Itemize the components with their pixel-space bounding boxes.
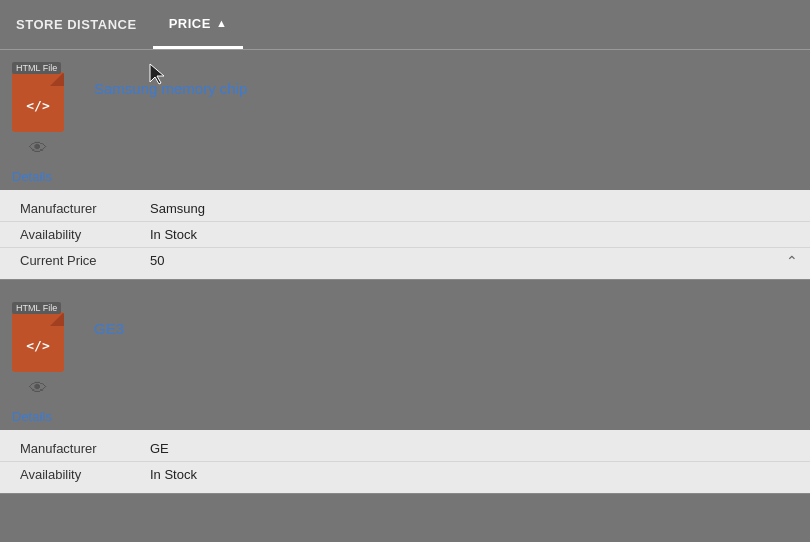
sort-asc-icon: ▲ <box>216 17 227 29</box>
card-header-ge3: HTML File </> 👁 GE3 <box>0 302 810 407</box>
detail-value-availability-samsung: In Stock <box>150 227 790 242</box>
file-icon-wrap-ge3: HTML File </> 👁 <box>12 302 84 399</box>
eye-icon-samsung: 👁 <box>29 138 47 159</box>
tabs-bar: STORE DISTANCE PRICE ▲ <box>0 0 810 50</box>
detail-value-manufacturer-samsung: Samsung <box>150 201 790 216</box>
detail-row-manufacturer-ge3: Manufacturer GE <box>0 436 810 462</box>
details-label-samsung[interactable]: Details <box>0 167 64 190</box>
details-table-ge3: Manufacturer GE Availability In Stock <box>0 430 810 493</box>
detail-row-price-samsung: Current Price 50 ⌃ <box>0 248 810 273</box>
detail-row-availability-samsung: Availability In Stock <box>0 222 810 248</box>
detail-value-price-samsung: 50 <box>150 253 790 268</box>
eye-icon-wrap-ge3[interactable]: 👁 <box>12 378 64 399</box>
file-icon-ge3: </> <box>12 312 64 372</box>
detail-label-availability-ge3: Availability <box>20 467 150 482</box>
details-table-samsung: Manufacturer Samsung Availability In Sto… <box>0 190 810 279</box>
detail-row-availability-ge3: Availability In Stock <box>0 462 810 487</box>
detail-label-price-samsung: Current Price <box>20 253 150 268</box>
file-badge-samsung: HTML File <box>12 62 61 74</box>
detail-label-availability-samsung: Availability <box>20 227 150 242</box>
file-badge-ge3: HTML File <box>12 302 61 314</box>
detail-value-availability-ge3: In Stock <box>150 467 790 482</box>
detail-value-manufacturer-ge3: GE <box>150 441 790 456</box>
detail-label-manufacturer-samsung: Manufacturer <box>20 201 150 216</box>
file-icon-wrap-samsung: HTML File </> 👁 <box>12 62 84 159</box>
tab-store-distance[interactable]: STORE DISTANCE <box>0 0 153 49</box>
product-title-samsung[interactable]: Samsung memory chip <box>84 62 247 97</box>
card-spacer <box>0 280 810 290</box>
card-header-samsung: HTML File </> 👁 Samsung memory chip <box>0 62 810 167</box>
file-icon-samsung: </> <box>12 72 64 132</box>
file-code-samsung: </> <box>26 98 49 113</box>
product-title-ge3[interactable]: GE3 <box>84 302 124 337</box>
eye-icon-ge3: 👁 <box>29 378 47 399</box>
details-label-ge3[interactable]: Details <box>0 407 64 430</box>
collapse-button-samsung[interactable]: ⌃ <box>786 253 798 269</box>
file-code-ge3: </> <box>26 338 49 353</box>
product-card-samsung: HTML File </> 👁 Samsung memory chip Deta… <box>0 50 810 280</box>
tab-price[interactable]: PRICE ▲ <box>153 0 244 49</box>
detail-label-manufacturer-ge3: Manufacturer <box>20 441 150 456</box>
detail-row-manufacturer-samsung: Manufacturer Samsung <box>0 196 810 222</box>
product-card-ge3: HTML File </> 👁 GE3 Details Manufacturer… <box>0 290 810 494</box>
eye-icon-wrap-samsung[interactable]: 👁 <box>12 138 64 159</box>
